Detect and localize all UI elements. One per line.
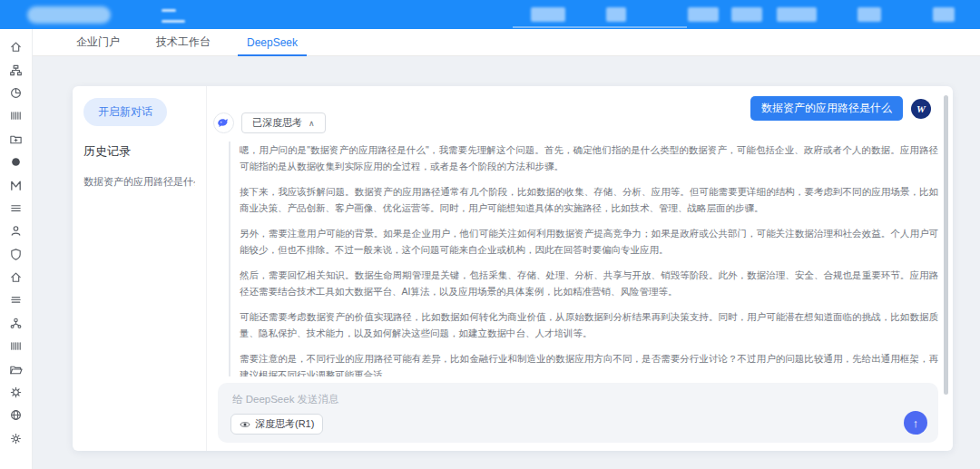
deep-think-icon bbox=[240, 419, 250, 430]
arrow-up-icon: ↑ bbox=[913, 416, 919, 430]
chevron-up-icon: ∧ bbox=[309, 119, 315, 128]
org-structure-icon[interactable] bbox=[5, 58, 28, 81]
chat-history-panel: 开启新对话 历史记录 数据资产的应用路径是什么 bbox=[73, 86, 207, 451]
history-item[interactable]: 数据资产的应用路径是什么 bbox=[83, 175, 195, 189]
app-logo bbox=[27, 6, 111, 24]
history-title: 历史记录 bbox=[83, 143, 195, 160]
whale-icon bbox=[216, 115, 231, 131]
menu-toggle-icon[interactable] bbox=[162, 9, 176, 12]
new-chat-button[interactable]: 开启新对话 bbox=[83, 98, 167, 126]
gear-icon[interactable] bbox=[5, 427, 28, 450]
deepseek-whale-avatar bbox=[213, 112, 234, 133]
barcode-icon[interactable] bbox=[5, 104, 28, 127]
reasoning-text-block: 嗯，用户问的是"数据资产的应用路径是什么"，我需要先理解这个问题。首先，确定他们… bbox=[229, 142, 938, 376]
topbar-menu-item[interactable] bbox=[858, 7, 881, 22]
topbar-menu-item[interactable] bbox=[777, 7, 817, 22]
chat-scrollbar[interactable] bbox=[944, 95, 948, 395]
tab-企业门户[interactable]: 企业门户 bbox=[64, 29, 132, 55]
topbar-menu-item[interactable] bbox=[531, 7, 565, 22]
chat-card: 开启新对话 历史记录 数据资产的应用路径是什么 数据资产的应用路径是什么 W 已… bbox=[73, 86, 953, 451]
home-alt-icon[interactable] bbox=[5, 266, 28, 288]
chat-conversation-area: 数据资产的应用路径是什么 W 已深度思考 ∧ 嗯，用户问的是"数据资产的应用路径… bbox=[207, 86, 953, 451]
topbar-menu-item[interactable] bbox=[933, 7, 955, 22]
folder-add-icon[interactable] bbox=[5, 128, 28, 151]
workspace-tab-bar: 企业门户技术工作台DeepSeek bbox=[33, 29, 980, 56]
list-icon[interactable] bbox=[5, 197, 28, 220]
thought-paragraph: 接下来，我应该拆解问题。数据资产的应用路径通常有几个阶段，比如数据的收集、存储、… bbox=[240, 183, 938, 217]
menu-toggle-icon[interactable] bbox=[162, 20, 185, 23]
user-message-row: 数据资产的应用路径是什么 W bbox=[750, 96, 931, 121]
topbar-menu-item[interactable] bbox=[688, 7, 719, 22]
barcode-alt-icon[interactable] bbox=[5, 335, 28, 357]
thought-paragraph: 另外，需要注意用户可能的背景。如果是企业用户，他们可能关注如何利用数据资产提高竞… bbox=[240, 225, 938, 259]
send-button[interactable]: ↑ bbox=[904, 411, 927, 435]
tab-DeepSeek[interactable]: DeepSeek bbox=[234, 29, 310, 55]
topbar-menu-item[interactable] bbox=[731, 7, 762, 22]
home-icon[interactable] bbox=[5, 35, 28, 58]
left-icon-sidebar bbox=[0, 29, 33, 469]
user-icon[interactable] bbox=[5, 220, 28, 242]
network-icon[interactable] bbox=[5, 312, 28, 335]
folder-open-icon[interactable] bbox=[5, 357, 28, 380]
thought-paragraph: 可能还需要考虑数据资产的价值实现路径，比如数据如何转化为商业价值，从原始数据到分… bbox=[240, 308, 938, 342]
letter-m-icon[interactable] bbox=[5, 173, 28, 196]
main-content-area: 开启新对话 历史记录 数据资产的应用路径是什么 数据资产的应用路径是什么 W 已… bbox=[33, 56, 980, 469]
pie-chart-icon[interactable] bbox=[5, 82, 28, 104]
topbar-menu-underline bbox=[513, 26, 687, 28]
message-input[interactable] bbox=[232, 390, 884, 408]
thought-paragraph: 然后，需要回忆相关知识。数据生命周期管理是关键，包括采集、存储、处理、分析、共享… bbox=[240, 267, 938, 300]
user-message-bubble: 数据资产的应用路径是什么 bbox=[750, 96, 903, 121]
dot-badge-icon[interactable] bbox=[5, 151, 28, 173]
deep-think-r1-button[interactable]: 深度思考(R1) bbox=[230, 414, 323, 435]
tab-技术工作台[interactable]: 技术工作台 bbox=[143, 29, 223, 55]
thought-paragraph: 需要注意的是，不同行业的应用路径可能有差异，比如金融行业和制造业的数据应用方向不… bbox=[240, 350, 938, 376]
thought-paragraph: 嗯，用户问的是"数据资产的应用路径是什么"，我需要先理解这个问题。首先，确定他们… bbox=[240, 142, 938, 175]
message-composer: 深度思考(R1) ↑ bbox=[218, 383, 938, 443]
badge-flower-icon[interactable] bbox=[5, 381, 28, 404]
top-navigation-bar bbox=[0, 0, 980, 29]
globe-icon[interactable] bbox=[5, 404, 28, 426]
deep-thought-toggle[interactable]: 已深度思考 ∧ bbox=[241, 112, 326, 133]
user-avatar: W bbox=[911, 99, 931, 119]
layers-icon[interactable] bbox=[5, 288, 28, 311]
deep-thought-toggle-label: 已深度思考 bbox=[252, 116, 302, 130]
deep-think-label: 深度思考(R1) bbox=[255, 417, 314, 431]
shield-icon[interactable] bbox=[5, 243, 28, 266]
topbar-menu-item[interactable] bbox=[606, 7, 626, 22]
